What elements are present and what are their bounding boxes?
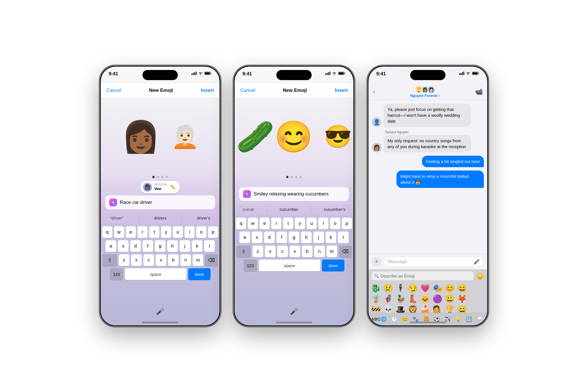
phone1-search-bar[interactable]: Race car driver [105,195,215,209]
emoji-carnival[interactable]: 🎭 [432,283,443,293]
key-r[interactable]: r [137,226,148,238]
p2-key-l[interactable]: l [338,232,349,243]
p2-key-i[interactable]: i [318,218,328,229]
key-k[interactable]: k [192,240,202,252]
phone3-text-input[interactable]: Message 🎤 [384,257,484,267]
phone3-video-btn[interactable]: 📹 [475,88,483,95]
key-c[interactable]: c [143,254,154,266]
phone2-search-bar[interactable]: Smiley relaxing wearing cucumbers [239,187,349,201]
emoji-boot[interactable]: 👢 [407,294,418,304]
p2-key-k[interactable]: k [326,232,336,243]
phone1-edit-icon[interactable]: ✏️ [170,185,176,190]
phone3-plus-btn[interactable]: + [372,257,381,267]
p2-key-shift[interactable]: ⇧ [236,246,251,257]
key-x[interactable]: x [131,254,142,266]
phone1-memoji-alt[interactable]: 🧑🏻‍🦳 [171,125,199,148]
emoji-smile[interactable]: 😊 [444,283,455,293]
emoji-smirk[interactable]: 😏 [407,283,418,293]
emoji-superhero[interactable]: 🦸 [382,294,394,304]
p2-key-c[interactable]: c [277,246,288,257]
cat-object[interactable]: 💡 [455,316,461,322]
p2-key-y[interactable]: y [295,218,305,229]
key-y[interactable]: y [161,226,171,238]
emoji-trophy[interactable]: 🏆 [444,304,455,313]
phone1-insert-btn[interactable]: Insert [201,88,214,93]
phone3-emoji-search-input[interactable]: 🔍 Describe an Emoji [371,271,474,280]
p2-key-z[interactable]: z [253,246,263,257]
emoji-sad[interactable]: 😢 [382,283,394,293]
p2-key-p[interactable]: p [342,218,352,229]
emoji-person-mb[interactable]: 💁 [432,304,443,313]
phone1-auto-3[interactable]: driver's [193,214,214,221]
phone3-input-mic[interactable]: 🎤 [473,259,480,265]
cat-smiley[interactable]: 😊 [402,316,408,322]
phone1-person-pill[interactable]: 👩🏾 PERSON Vee ✏️ [141,181,179,193]
cat-activity[interactable]: ⚽ [434,316,440,322]
emoji-cake[interactable]: 🍰 [419,304,431,313]
emoji-heart[interactable]: 💗 [419,283,431,293]
p2-key-q[interactable]: q [236,218,246,229]
emoji-skull[interactable]: 💀 [382,304,394,313]
key-b[interactable]: b [168,254,179,266]
emoji-lion[interactable]: 🦁 [407,304,418,313]
key-e[interactable]: e [126,226,136,238]
key-h[interactable]: h [167,240,178,252]
p2-key-delete[interactable]: ⌫ [339,246,352,257]
cat-flag[interactable]: 🏳️ [476,316,482,322]
p2-key-done[interactable]: done [322,260,344,271]
phone3-abc-label[interactable]: ABC [371,317,381,321]
p2-key-e[interactable]: e [260,218,270,229]
p2-key-f[interactable]: f [276,232,287,243]
p2-key-o[interactable]: o [330,218,340,229]
p2-key-123[interactable]: 123 [244,260,257,271]
phone2-insert-btn[interactable]: Insert [335,88,348,93]
p2-key-u[interactable]: u [307,218,317,229]
p2-key-v[interactable]: v [290,246,300,257]
emoji-fox[interactable]: 🦊 [456,294,468,304]
key-z[interactable]: z [119,254,129,266]
p2-key-space[interactable]: space [259,260,320,271]
p2-key-b[interactable]: b [302,246,312,257]
emoji-boba[interactable]: 🧋 [370,294,381,304]
key-o[interactable]: o [196,226,206,238]
key-a[interactable]: a [106,240,116,252]
emoji-duck[interactable]: 🦆 [395,294,406,304]
p2-key-a[interactable]: a [239,232,250,243]
phone1-auto-2[interactable]: drivers [151,214,170,221]
cat-recent[interactable]: 🕐 [391,316,397,322]
phone1-memoji-main[interactable]: 👩🏾 [122,121,160,152]
key-123[interactable]: 123 [110,268,123,280]
p2-key-t[interactable]: t [283,218,293,229]
key-i[interactable]: i [185,226,195,238]
p2-key-g[interactable]: g [289,232,299,243]
emoji-grin2[interactable]: 😄 [456,283,468,293]
p2-key-s[interactable]: s [252,232,262,243]
key-q[interactable]: q [102,226,112,238]
phone3-emoji-add-icon[interactable]: 🙂‍↕️ [476,272,484,280]
key-done[interactable]: done [188,268,211,280]
emoji-tophat[interactable]: 🎩 [395,304,406,313]
key-u[interactable]: u [173,226,183,238]
phone2-auto-3[interactable]: cucumber's [321,206,349,213]
phone1-auto-1[interactable]: "driver" [107,214,127,221]
phone2-auto-1[interactable]: cucub [239,206,257,213]
p2-key-j[interactable]: j [313,232,324,243]
phone1-mic[interactable]: 🎤 [156,307,164,315]
p2-key-m[interactable]: m [326,246,337,257]
phone2-auto-2[interactable]: cucumber [276,206,302,213]
p2-key-h[interactable]: h [301,232,312,243]
key-w[interactable]: w [114,226,124,238]
phone3-back-btn[interactable]: ‹ [373,88,375,95]
p2-key-w[interactable]: w [248,218,258,229]
emoji-happy[interactable]: 😄 [456,304,468,313]
key-space[interactable]: space [125,268,186,280]
phone2-emoji-alt[interactable]: 😎 [324,125,352,148]
phone2-cancel-btn[interactable]: Cancel [240,88,255,93]
key-n[interactable]: n [180,254,191,266]
emoji-purple[interactable]: 🟣 [432,294,443,304]
cat-food[interactable]: 🍔 [423,316,429,322]
phone3-group-name[interactable]: Nguyen Forever › [410,94,440,98]
key-shift[interactable]: ⇧ [102,254,117,266]
key-p[interactable]: p [208,226,218,238]
key-s[interactable]: s [118,240,129,252]
